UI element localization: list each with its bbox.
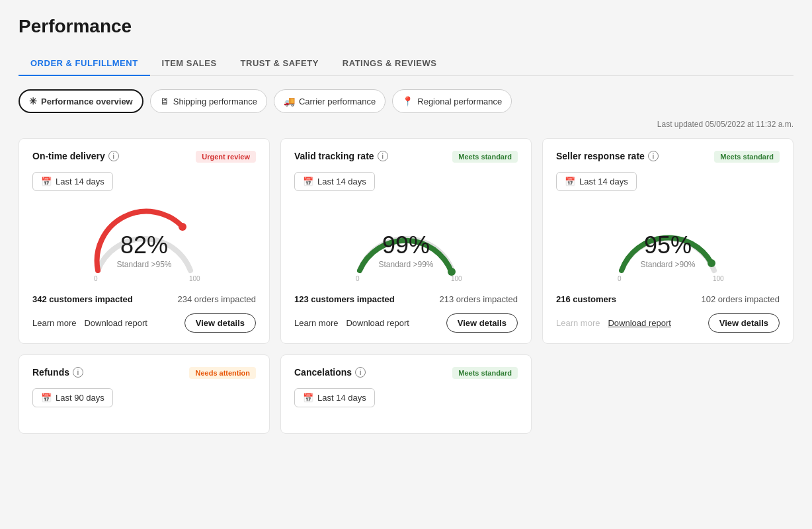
empty-bottom-slot — [542, 354, 793, 434]
subtab-regional-performance[interactable]: 📍 Regional performance — [392, 89, 512, 113]
monitor-icon: 🖥 — [160, 96, 169, 106]
svg-text:100: 100 — [451, 275, 462, 282]
card-stats-tracking: 123 customers impacted 213 orders impact… — [294, 294, 518, 304]
card-stats-seller: 216 customers 102 orders impacted — [556, 294, 780, 304]
gauge-seller: 0 100 95% Standard >90% — [556, 198, 780, 284]
card-seller-response: Seller response rate i Meets standard 📅 … — [542, 138, 793, 344]
date-btn-tracking[interactable]: 📅 Last 14 days — [294, 172, 375, 191]
subtab-shipping-performance-label: Shipping performance — [173, 97, 257, 106]
main-tabs: ORDER & FULFILLMENT ITEM SALES TRUST & S… — [19, 50, 793, 76]
card-stats-on-time: 342 customers impacted 234 orders impact… — [32, 294, 256, 304]
date-btn-refunds[interactable]: 📅 Last 90 days — [32, 388, 113, 407]
calendar-icon-on-time: 📅 — [41, 177, 52, 186]
pin-icon: 📍 — [402, 96, 413, 106]
card-title-on-time: On-time delivery i — [32, 151, 119, 161]
calendar-icon-seller: 📅 — [565, 177, 575, 186]
gauge-text-on-time: 82% Standard >95% — [116, 232, 171, 269]
svg-text:0: 0 — [618, 275, 622, 282]
main-cards-row: On-time delivery i Urgent review 📅 Last … — [19, 138, 793, 344]
page-title: Performance — [19, 16, 793, 37]
info-icon-tracking[interactable]: i — [378, 151, 388, 161]
sub-tabs: ✳ Performance overview 🖥 Shipping perfor… — [19, 89, 793, 113]
card-actions-tracking: Learn more Download report View details — [294, 313, 518, 333]
svg-point-6 — [708, 259, 715, 267]
date-btn-cancelations[interactable]: 📅 Last 14 days — [294, 388, 375, 407]
download-report-on-time[interactable]: Download report — [84, 318, 147, 328]
info-icon-on-time[interactable]: i — [108, 151, 119, 161]
download-report-seller[interactable]: Download report — [608, 318, 670, 328]
card-header-on-time: On-time delivery i Urgent review — [32, 151, 256, 163]
badge-seller: Meets standard — [714, 151, 780, 163]
card-header-tracking: Valid tracking rate i Meets standard — [294, 151, 518, 163]
subtab-shipping-performance[interactable]: 🖥 Shipping performance — [150, 89, 267, 113]
svg-text:100: 100 — [189, 275, 200, 282]
card-actions-seller: Learn more Download report View details — [556, 313, 780, 333]
tab-ratings-reviews[interactable]: RATINGS & REVIEWS — [331, 50, 449, 76]
calendar-icon-refunds: 📅 — [41, 393, 52, 403]
gauge-on-time: 0 100 82% Standard >95% — [32, 198, 256, 284]
card-title-refunds: Refunds i — [32, 367, 83, 378]
subtab-performance-overview-label: Performance overview — [41, 97, 133, 106]
card-refunds: Refunds i Needs attention 📅 Last 90 days — [19, 354, 270, 434]
tab-order-fulfillment[interactable]: ORDER & FULFILLMENT — [19, 50, 150, 76]
view-details-on-time[interactable]: View details — [184, 313, 256, 333]
svg-text:0: 0 — [356, 275, 360, 282]
svg-point-0 — [179, 223, 186, 231]
info-icon-refunds[interactable]: i — [73, 367, 83, 378]
card-on-time-delivery: On-time delivery i Urgent review 📅 Last … — [19, 138, 270, 344]
badge-cancelations: Meets standard — [452, 367, 518, 379]
view-details-tracking[interactable]: View details — [446, 313, 518, 333]
subtab-performance-overview[interactable]: ✳ Performance overview — [19, 89, 143, 113]
view-details-seller[interactable]: View details — [708, 313, 780, 333]
date-btn-seller[interactable]: 📅 Last 14 days — [556, 172, 637, 191]
date-btn-on-time[interactable]: 📅 Last 14 days — [32, 172, 113, 191]
learn-more-tracking[interactable]: Learn more — [294, 318, 338, 328]
subtab-regional-performance-label: Regional performance — [417, 97, 502, 106]
card-valid-tracking: Valid tracking rate i Meets standard 📅 L… — [280, 138, 532, 344]
card-header-seller: Seller response rate i Meets standard — [556, 151, 780, 163]
calendar-icon-tracking: 📅 — [303, 177, 313, 186]
info-icon-seller[interactable]: i — [648, 151, 659, 161]
card-title-seller: Seller response rate i — [556, 151, 659, 161]
gauge-tracking: 0 100 99% Standard >99% — [294, 198, 518, 284]
tab-item-sales[interactable]: ITEM SALES — [150, 50, 229, 76]
learn-more-seller: Learn more — [556, 318, 600, 328]
badge-tracking: Meets standard — [452, 151, 518, 163]
asterisk-icon: ✳ — [29, 96, 37, 106]
svg-text:0: 0 — [94, 275, 98, 282]
gauge-text-tracking: 99% Standard >99% — [378, 232, 433, 269]
calendar-icon-cancelations: 📅 — [303, 393, 313, 403]
download-report-tracking[interactable]: Download report — [346, 318, 409, 328]
tab-trust-safety[interactable]: TRUST & SAFETY — [229, 50, 331, 76]
info-icon-cancelations[interactable]: i — [355, 367, 366, 378]
gauge-text-seller: 95% Standard >90% — [640, 232, 695, 269]
subtab-carrier-performance-label: Carrier performance — [299, 97, 376, 106]
card-actions-on-time: Learn more Download report View details — [32, 313, 256, 333]
card-header-refunds: Refunds i Needs attention — [32, 367, 256, 379]
svg-text:100: 100 — [713, 275, 724, 282]
badge-on-time: Urgent review — [196, 151, 256, 163]
card-title-cancelations: Cancelations i — [294, 367, 366, 378]
bottom-cards-row: Refunds i Needs attention 📅 Last 90 days… — [19, 354, 793, 434]
card-header-cancelations: Cancelations i Meets standard — [294, 367, 518, 379]
truck-icon: 🚚 — [284, 96, 295, 106]
card-title-tracking: Valid tracking rate i — [294, 151, 388, 161]
card-cancelations: Cancelations i Meets standard 📅 Last 14 … — [280, 354, 532, 434]
last-updated-text: Last updated 05/05/2022 at 11:32 a.m. — [19, 120, 793, 129]
learn-more-on-time[interactable]: Learn more — [32, 318, 76, 328]
badge-refunds: Needs attention — [189, 367, 256, 379]
subtab-carrier-performance[interactable]: 🚚 Carrier performance — [274, 89, 386, 113]
